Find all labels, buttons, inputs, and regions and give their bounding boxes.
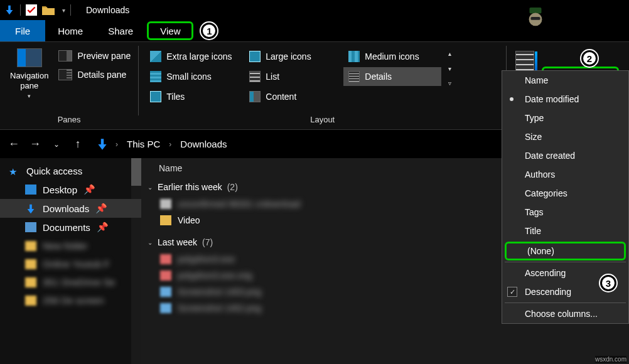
small-icon <box>150 71 161 82</box>
layout-expand[interactable]: ▿ <box>445 78 454 88</box>
folder-icon <box>25 241 36 251</box>
pin-icon: 📌 <box>83 184 95 195</box>
file-icon <box>160 199 171 209</box>
svg-marker-0 <box>6 6 13 14</box>
content-icon <box>249 91 261 102</box>
breadcrumb-downloads[interactable]: Downloads <box>178 136 229 152</box>
menu-tags[interactable]: Tags <box>502 203 628 222</box>
group-label-layout: Layout <box>142 114 502 128</box>
sidebar-downloads[interactable]: Downloads📌 <box>0 199 141 218</box>
folder-icon[interactable] <box>42 5 55 15</box>
separator <box>70 4 71 16</box>
breadcrumb-this-pc[interactable]: This PC <box>124 136 163 152</box>
up-button[interactable]: ↑ <box>69 136 87 153</box>
chevron-down-icon: ⌄ <box>148 184 153 191</box>
details-pane-icon <box>58 69 72 80</box>
svg-rect-5 <box>530 17 540 20</box>
sort-icon <box>515 51 534 71</box>
layout-scroll: ▴ ▾ ▿ <box>444 45 455 106</box>
annotation-badge-2: 2 <box>581 50 598 67</box>
menu-none[interactable]: (None) <box>505 242 626 260</box>
sidebar-quick-access[interactable]: ★Quick access <box>0 162 141 180</box>
menu-authors[interactable]: Authors <box>502 165 628 184</box>
medium-icon <box>348 51 360 62</box>
file-icon <box>160 254 171 264</box>
documents-icon <box>25 222 36 232</box>
folder-icon <box>25 296 36 306</box>
menu-title[interactable]: Title <box>502 222 628 240</box>
sidebar-documents[interactable]: Documents📌 <box>0 218 141 237</box>
tiles-icon <box>150 91 161 102</box>
chevron-down-icon: ⌄ <box>148 239 153 246</box>
task-check-icon[interactable] <box>26 4 37 16</box>
download-icon <box>25 203 36 213</box>
layout-scroll-down[interactable]: ▾ <box>445 63 454 74</box>
pin-icon: 📌 <box>97 222 109 233</box>
layout-content[interactable]: Content <box>244 87 342 106</box>
extra-large-icon <box>150 51 161 62</box>
desktop-icon <box>25 185 36 195</box>
history-dropdown[interactable]: ⌄ <box>48 136 65 153</box>
menu-date-created[interactable]: Date created <box>502 146 628 165</box>
radio-checked-icon <box>510 97 513 101</box>
layout-small[interactable]: Small icons <box>145 67 243 86</box>
layout-large[interactable]: Large icons <box>244 47 342 66</box>
pin-icon: 📌 <box>95 203 107 214</box>
window-title: Downloads <box>76 5 129 15</box>
large-icon <box>249 51 261 62</box>
list-icon <box>249 71 261 82</box>
group-label-panes: Panes <box>4 114 134 128</box>
sidebar-item[interactable]: New folder <box>0 237 141 255</box>
details-icon <box>348 71 360 82</box>
address-bar[interactable]: › This PC › Downloads <box>90 136 230 152</box>
file-icon <box>160 287 171 297</box>
sidebar-item[interactable]: 256 De screen <box>0 291 141 309</box>
navigation-pane-button[interactable]: Navigation pane ▾ <box>4 45 55 105</box>
checkmark-icon: ✓ <box>507 287 517 297</box>
details-pane-button[interactable]: Details pane <box>55 67 134 82</box>
star-icon: ★ <box>9 166 20 176</box>
separator <box>20 4 21 16</box>
sidebar-item[interactable]: Online Youtub F <box>0 255 141 273</box>
ribbon-group-panes: Navigation pane ▾ Preview pane Details p… <box>0 42 138 129</box>
chevron-right-icon[interactable]: › <box>114 140 119 149</box>
menu-size[interactable]: Size <box>502 127 628 146</box>
chevron-right-icon[interactable]: › <box>168 140 173 149</box>
qat-dropdown-icon[interactable]: ▾ <box>60 7 65 14</box>
annotation-badge-1: 1 <box>201 23 217 39</box>
sidebar-item[interactable]: 351 OneDrive Se <box>0 273 141 291</box>
folder-icon <box>25 259 36 269</box>
sidebar: ★Quick access Desktop📌 Downloads📌 Docume… <box>0 158 141 364</box>
folder-icon <box>25 277 36 287</box>
svg-marker-2 <box>28 205 35 213</box>
folder-icon <box>160 215 171 225</box>
menu-type[interactable]: Type <box>502 109 628 127</box>
sidebar-desktop[interactable]: Desktop📌 <box>0 180 141 199</box>
tab-view[interactable]: View <box>147 21 193 40</box>
layout-list[interactable]: List <box>244 67 342 86</box>
download-icon <box>4 4 15 16</box>
watermark: wsxdn.com <box>595 356 626 363</box>
menu-date-modified[interactable]: Date modified <box>502 90 628 109</box>
file-icon <box>160 303 171 313</box>
menu-categories[interactable]: Categories <box>502 184 628 203</box>
layout-details[interactable]: Details <box>343 67 441 86</box>
ribbon-group-layout: Extra large icons Large icons Medium ico… <box>139 42 506 129</box>
layout-medium[interactable]: Medium icons <box>343 47 441 66</box>
avatar-mascot <box>524 6 547 30</box>
tab-home[interactable]: Home <box>45 20 95 41</box>
annotation-badge-3: 3 <box>600 275 616 291</box>
navigation-pane-icon <box>17 48 42 67</box>
forward-button[interactable]: → <box>26 136 44 153</box>
menu-choose-columns[interactable]: Choose columns... <box>502 304 628 323</box>
menu-name[interactable]: Name <box>502 71 628 90</box>
tab-file[interactable]: File <box>0 20 45 41</box>
layout-scroll-up[interactable]: ▴ <box>445 48 454 59</box>
preview-pane-icon <box>58 50 72 62</box>
layout-extra-large[interactable]: Extra large icons <box>145 47 243 66</box>
preview-pane-button[interactable]: Preview pane <box>55 48 134 63</box>
svg-rect-3 <box>530 8 542 14</box>
layout-tiles[interactable]: Tiles <box>145 87 243 106</box>
tab-share[interactable]: Share <box>95 20 146 41</box>
back-button[interactable]: ← <box>5 136 23 153</box>
